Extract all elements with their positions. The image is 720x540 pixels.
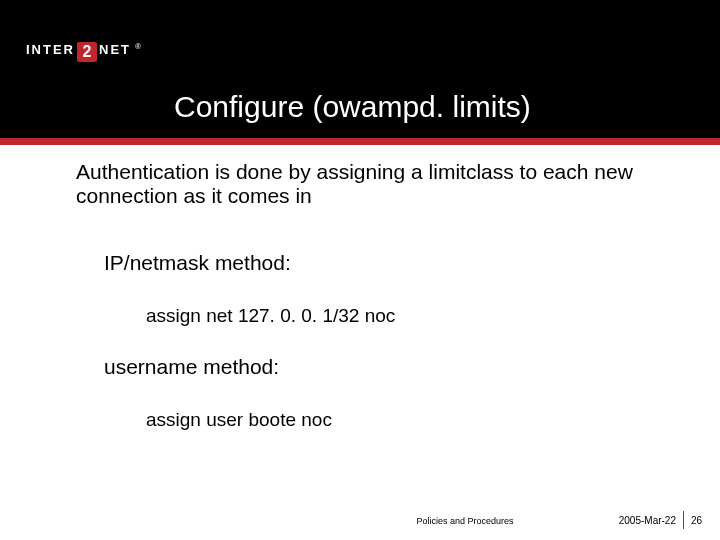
footer-date: 2005-Mar-22 <box>619 515 676 526</box>
logo-text-right: NET <box>99 42 131 57</box>
registered-icon: ® <box>135 42 141 51</box>
method-ipnetmask-code: assign net 127. 0. 0. 1/32 noc <box>146 305 660 327</box>
method-username-code: assign user boote noc <box>146 409 660 431</box>
logo-mark-icon: 2 <box>77 42 97 62</box>
internet2-logo: INTER 2 NET ® <box>26 42 141 62</box>
method-ipnetmask-label: IP/netmask method: <box>104 251 660 275</box>
slide-body: Authentication is done by assigning a li… <box>76 160 660 431</box>
header-divider <box>0 138 720 145</box>
slide: INTER 2 NET ® Configure (owampd. limits)… <box>0 0 720 540</box>
slide-footer: Policies and Procedures 2005-Mar-22 26 <box>0 506 720 526</box>
slide-header: INTER 2 NET ® Configure (owampd. limits) <box>0 0 720 142</box>
method-username-label: username method: <box>104 355 660 379</box>
intro-text: Authentication is done by assigning a li… <box>76 160 660 207</box>
footer-center-text: Policies and Procedures <box>0 516 720 526</box>
footer-divider-icon <box>683 511 684 529</box>
slide-title: Configure (owampd. limits) <box>174 90 531 124</box>
footer-center-span: Policies and Procedures <box>206 516 513 526</box>
logo-text-left: INTER <box>26 42 75 57</box>
footer-page-number: 26 <box>691 515 702 526</box>
